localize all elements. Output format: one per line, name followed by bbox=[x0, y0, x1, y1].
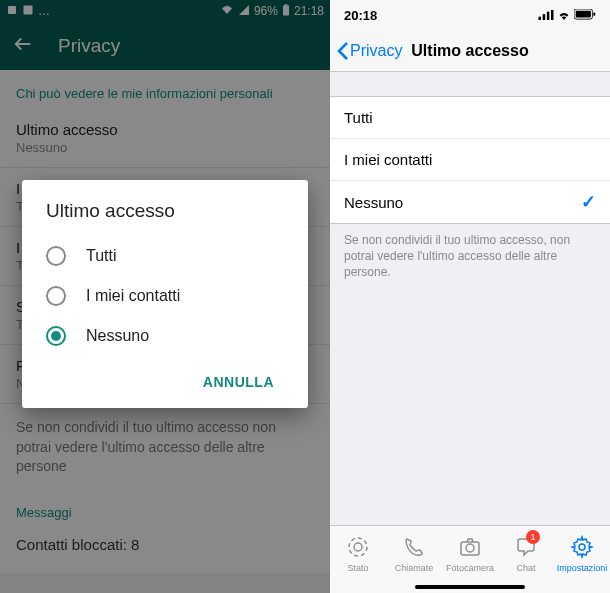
option-label: Tutti bbox=[344, 109, 373, 126]
radio-option-nessuno[interactable]: Nessuno bbox=[46, 316, 284, 356]
checkmark-icon: ✓ bbox=[581, 191, 596, 213]
android-screen: … 96% 21:18 Privacy bbox=[0, 0, 330, 593]
tab-impostazioni[interactable]: Impostazioni bbox=[554, 526, 610, 581]
phone-icon bbox=[402, 535, 426, 561]
ios-screen: 20:18 Privacy Ultimo accesso Tutti I mie… bbox=[330, 0, 610, 593]
gear-icon bbox=[570, 535, 594, 561]
option-label: Nessuno bbox=[344, 194, 403, 211]
svg-rect-7 bbox=[551, 10, 554, 20]
radio-icon bbox=[46, 246, 66, 266]
privacy-note: Se non condividi il tuo ultimo accesso, … bbox=[330, 224, 610, 289]
option-row-nessuno[interactable]: Nessuno ✓ bbox=[330, 181, 610, 223]
ios-nav-bar: Privacy Ultimo accesso bbox=[330, 30, 610, 72]
wifi-icon bbox=[557, 8, 571, 23]
page-title: Ultimo accesso bbox=[411, 42, 528, 60]
dialog-title: Ultimo accesso bbox=[46, 200, 284, 222]
ios-tab-bar: Stato Chiamate Fotocamera 1 Chat Impos bbox=[330, 525, 610, 581]
ios-status-bar: 20:18 bbox=[330, 0, 610, 30]
svg-rect-6 bbox=[547, 11, 550, 19]
svg-rect-4 bbox=[539, 16, 542, 19]
svg-rect-10 bbox=[593, 12, 595, 15]
tab-fotocamera[interactable]: Fotocamera bbox=[442, 526, 498, 581]
svg-point-12 bbox=[349, 538, 367, 556]
radio-icon bbox=[46, 286, 66, 306]
tab-label: Chat bbox=[516, 563, 535, 573]
options-list: Tutti I miei contatti Nessuno ✓ bbox=[330, 96, 610, 224]
option-row-tutti[interactable]: Tutti bbox=[330, 97, 610, 139]
back-button[interactable]: Privacy bbox=[336, 41, 402, 61]
tab-label: Chiamate bbox=[395, 563, 434, 573]
option-label: I miei contatti bbox=[344, 151, 432, 168]
radio-option-contatti[interactable]: I miei contatti bbox=[46, 276, 284, 316]
svg-rect-9 bbox=[576, 10, 591, 17]
tab-label: Fotocamera bbox=[446, 563, 494, 573]
tab-chat[interactable]: 1 Chat bbox=[498, 526, 554, 581]
radio-label: I miei contatti bbox=[86, 287, 180, 305]
tab-chiamate[interactable]: Chiamate bbox=[386, 526, 442, 581]
radio-label: Nessuno bbox=[86, 327, 149, 345]
status-icon bbox=[346, 535, 370, 561]
dialog-ultimo-accesso: Ultimo accesso Tutti I miei contatti Nes… bbox=[22, 180, 308, 408]
svg-point-11 bbox=[354, 543, 362, 551]
svg-point-14 bbox=[466, 544, 474, 552]
tab-label: Stato bbox=[347, 563, 368, 573]
home-indicator[interactable] bbox=[330, 581, 610, 593]
radio-option-tutti[interactable]: Tutti bbox=[46, 236, 284, 276]
cancel-button[interactable]: ANNULLA bbox=[193, 366, 284, 398]
radio-icon-selected bbox=[46, 326, 66, 346]
battery-icon bbox=[574, 8, 596, 23]
tab-stato[interactable]: Stato bbox=[330, 526, 386, 581]
svg-rect-5 bbox=[543, 14, 546, 20]
tab-label: Impostazioni bbox=[557, 563, 608, 573]
option-row-contatti[interactable]: I miei contatti bbox=[330, 139, 610, 181]
radio-label: Tutti bbox=[86, 247, 117, 265]
badge: 1 bbox=[526, 530, 540, 544]
clock: 20:18 bbox=[344, 8, 377, 23]
svg-point-15 bbox=[579, 544, 585, 550]
signal-icon bbox=[538, 8, 554, 23]
back-label: Privacy bbox=[350, 42, 402, 60]
camera-icon bbox=[458, 535, 482, 561]
